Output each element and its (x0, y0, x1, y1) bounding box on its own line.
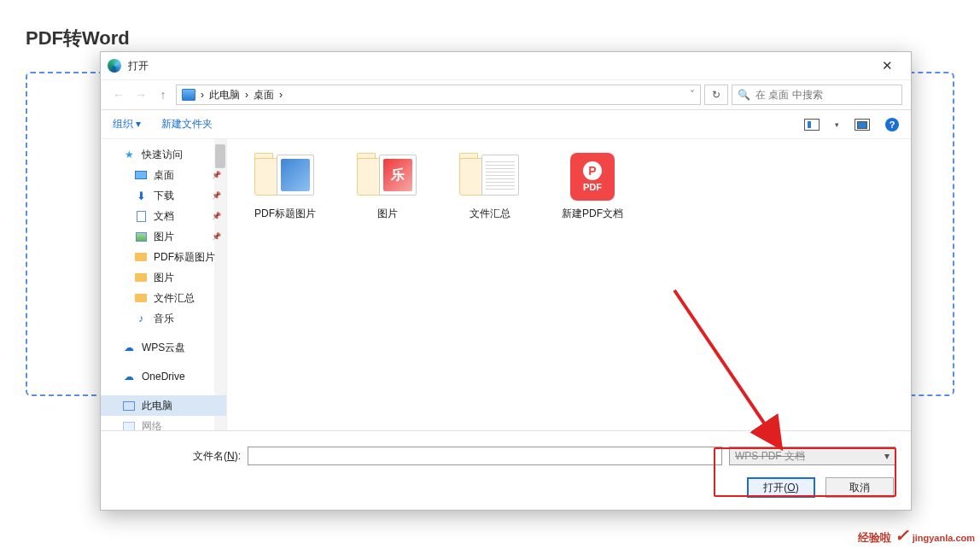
download-icon: ⬇ (135, 190, 147, 201)
cancel-button[interactable]: 取消 (825, 477, 894, 498)
close-icon: ✕ (882, 58, 893, 73)
dialog-footer: 文件名(N): WPS PDF 文档 打开(O) 取消 (101, 430, 911, 510)
chevron-down-icon: ▾ (136, 118, 141, 130)
refresh-icon: ↻ (712, 89, 720, 101)
file-item-folder[interactable]: 文件汇总 (449, 153, 531, 221)
file-label: 图片 (377, 207, 398, 221)
image-icon (135, 231, 147, 242)
document-icon (135, 210, 147, 222)
open-button[interactable]: 打开(O) (747, 477, 815, 498)
arrow-left-icon: ← (113, 88, 125, 102)
sidebar-item-label: 图片 (154, 230, 174, 244)
folder-icon (254, 153, 316, 201)
star-icon: ★ (123, 149, 135, 161)
pc-icon (182, 89, 195, 101)
sidebar-item-label: 文件汇总 (154, 291, 195, 306)
breadcrumb[interactable]: › 此电脑 › 桌面 › ˅ (176, 85, 701, 105)
file-item-folder[interactable]: 乐 图片 (347, 153, 429, 221)
nav-up-button[interactable]: ↑ (154, 85, 172, 104)
filetype-value: WPS PDF 文档 (735, 449, 805, 464)
nav-forward-button[interactable]: → (131, 85, 150, 104)
arrow-up-icon: ↑ (160, 88, 166, 102)
pdf-icon: P PDF (570, 153, 615, 201)
sidebar-item-label: 桌面 (154, 168, 174, 183)
sidebar-item-network[interactable]: 网络 (101, 416, 226, 430)
folder-icon (135, 292, 147, 304)
folder-icon (135, 251, 147, 263)
arrow-right-icon: → (135, 88, 147, 102)
view-layout-button[interactable] (855, 119, 870, 131)
file-list: PDF标题图片 乐 图片 文件汇总 P PDF (227, 139, 911, 430)
nav-back-button[interactable]: ← (109, 85, 128, 104)
file-item-folder[interactable]: PDF标题图片 (244, 153, 326, 221)
cloud-icon: ☁ (123, 342, 135, 353)
sidebar-item-folder[interactable]: 文件汇总 (101, 288, 226, 308)
sidebar-item-label: 下载 (154, 189, 174, 203)
sidebar-item-label: 音乐 (154, 312, 174, 326)
filename-input[interactable] (248, 447, 722, 465)
sidebar-item-label: WPS云盘 (142, 341, 185, 355)
sidebar-item-quick-access[interactable]: ★ 快速访问 (101, 144, 226, 165)
sidebar-item-this-pc[interactable]: 此电脑 (101, 395, 226, 416)
sidebar-item-folder[interactable]: PDF标题图片 (101, 247, 226, 267)
sidebar-item-label: 文档 (154, 209, 174, 224)
dialog-titlebar: 打开 ✕ (101, 52, 911, 79)
sidebar-item-label: 网络 (142, 419, 162, 431)
new-folder-button[interactable]: 新建文件夹 (161, 117, 213, 131)
sidebar-item-label: OneDrive (142, 371, 185, 383)
sidebar-item-folder[interactable]: 图片 (101, 267, 226, 288)
sidebar-item-desktop[interactable]: 桌面 (101, 165, 226, 185)
network-icon (123, 420, 135, 430)
sidebar-item-documents[interactable]: 文档 (101, 206, 226, 226)
folder-icon (459, 153, 521, 201)
sidebar-item-label: PDF标题图片 (154, 250, 215, 265)
file-item-pdf[interactable]: P PDF 新建PDF文档 (551, 153, 633, 221)
sidebar-item-pictures[interactable]: 图片 (101, 226, 226, 247)
chevron-right-icon: › (245, 89, 248, 101)
pc-icon (123, 400, 135, 412)
organize-menu[interactable]: 组织 ▾ (113, 117, 141, 131)
file-open-dialog: 打开 ✕ ← → ↑ › 此电脑 › 桌面 › ˅ ↻ 🔍 在 桌面 中搜索 (100, 51, 912, 511)
breadcrumb-location[interactable]: 桌面 (254, 88, 274, 102)
chevron-right-icon: › (279, 89, 283, 101)
file-label: 文件汇总 (470, 207, 510, 221)
search-input[interactable]: 🔍 在 桌面 中搜索 (732, 85, 902, 105)
nav-row: ← → ↑ › 此电脑 › 桌面 › ˅ ↻ 🔍 在 桌面 中搜索 (101, 79, 911, 110)
sidebar-item-music[interactable]: ♪ 音乐 (101, 308, 226, 329)
search-icon: 🔍 (738, 89, 750, 101)
chevron-down-icon[interactable]: ▾ (835, 120, 839, 129)
search-placeholder: 在 桌面 中搜索 (755, 88, 823, 102)
dialog-title: 打开 (128, 59, 149, 73)
close-button[interactable]: ✕ (870, 54, 904, 78)
sidebar-item-label: 此电脑 (142, 399, 172, 413)
file-label: 新建PDF文档 (562, 207, 623, 221)
sidebar-item-label: 图片 (154, 271, 174, 285)
check-icon: ✓ (895, 525, 909, 546)
sidebar-item-label: 快速访问 (142, 148, 183, 162)
file-label: PDF标题图片 (254, 207, 316, 221)
breadcrumb-dropdown-icon[interactable]: ˅ (690, 89, 695, 101)
filetype-select[interactable]: WPS PDF 文档 (729, 447, 895, 465)
toolbar: 组织 ▾ 新建文件夹 ▾ ? (101, 110, 911, 139)
folder-icon (135, 272, 147, 283)
sidebar-item-wps-cloud[interactable]: ☁ WPS云盘 (101, 337, 226, 358)
cloud-icon: ☁ (123, 371, 135, 383)
sidebar-item-downloads[interactable]: ⬇ 下载 (101, 185, 226, 206)
breadcrumb-root[interactable]: 此电脑 (209, 88, 240, 102)
view-preview-button[interactable] (804, 119, 820, 131)
edge-icon (108, 59, 121, 73)
page-title: PDF转Word (26, 26, 954, 51)
music-icon: ♪ (135, 312, 147, 324)
sidebar: ★ 快速访问 桌面 ⬇ 下载 文档 图片 PDF标题图片 (101, 139, 227, 430)
chevron-right-icon: › (201, 89, 204, 101)
watermark: 经验啦 ✓ jingyanla.com (858, 525, 975, 546)
filename-label: 文件名(N): (116, 449, 241, 464)
folder-icon: 乐 (357, 153, 418, 201)
help-icon[interactable]: ? (885, 118, 899, 131)
sidebar-item-onedrive[interactable]: ☁ OneDrive (101, 366, 226, 387)
refresh-button[interactable]: ↻ (704, 85, 728, 105)
desktop-icon (135, 169, 147, 181)
